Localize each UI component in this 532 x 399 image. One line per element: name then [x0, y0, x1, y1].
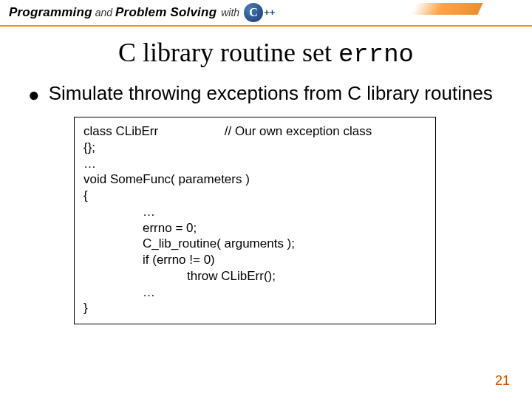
cpp-logo: ++ [244, 3, 275, 22]
code-line: C_lib_routine( arguments ); [83, 236, 426, 252]
page-number: 21 [495, 373, 510, 389]
header-and: and [95, 7, 112, 18]
code-comment: // Our own exception class [225, 124, 372, 138]
code-line: { [83, 188, 426, 204]
code-line: … [83, 204, 426, 220]
code-line: throw CLibErr(); [83, 268, 426, 284]
code-box: class CLibErr // Our own exception class… [74, 117, 436, 324]
cpp-c-icon [244, 3, 263, 22]
code-line: void SomeFunc( parameters ) [83, 171, 426, 188]
page-title: C library routine set errno [0, 37, 532, 69]
code-line: errno = 0; [83, 220, 426, 236]
code-line: if (errno != 0) [83, 252, 426, 268]
code-line: … [83, 284, 426, 301]
code-line: class CLibErr // Our own exception class [83, 123, 426, 140]
bullet-dot-icon: ● [28, 83, 40, 106]
code-line: } [83, 300, 426, 316]
title-text: C library routine set [118, 38, 338, 67]
bullet-item: ● Simulate throwing exceptions from C li… [28, 82, 505, 106]
header-word-programming: Programming [9, 5, 92, 20]
title-mono: errno [338, 41, 414, 69]
header-accent [411, 3, 482, 15]
code-line: … [83, 156, 426, 172]
bullet-text: Simulate throwing exceptions from C libr… [49, 82, 505, 105]
code-text: class CLibErr [83, 124, 158, 138]
code-line: {}; [83, 140, 426, 156]
book-header: Programming and Problem Solving with ++ [0, 0, 532, 27]
header-with: with [221, 7, 239, 18]
cpp-plus-icon: ++ [264, 10, 275, 16]
header-word-problem-solving: Problem Solving [115, 5, 216, 20]
